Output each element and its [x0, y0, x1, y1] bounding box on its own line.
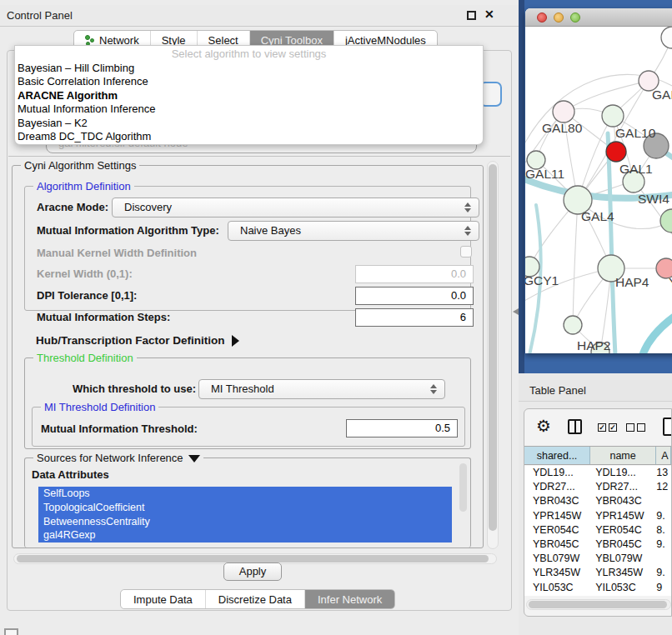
- zoom-window-icon[interactable]: [570, 12, 580, 22]
- table-row[interactable]: YBL079W YBL079W: [524, 552, 671, 566]
- column-header-shared[interactable]: shared...: [524, 447, 590, 464]
- close-window-icon[interactable]: [537, 12, 547, 22]
- aracne-mode-combo[interactable]: Discovery: [112, 198, 479, 218]
- scrollbar-thumb[interactable]: [17, 555, 489, 562]
- algorithm-option[interactable]: Bayesian – K2: [15, 117, 483, 130]
- mi-type-combo[interactable]: Naive Bayes: [228, 221, 479, 241]
- mi-threshold-group: MI Threshold Definition Mutual Informati…: [32, 407, 465, 447]
- table-row[interactable]: YIL053C YIL053C 9: [524, 581, 671, 595]
- table-row[interactable]: YER054C YER054C 8.: [524, 523, 671, 538]
- network-view-window[interactable]: GALGAL80GAL10GAL11GAL1SWI4GAL4GCY1HAP4YH…: [525, 8, 672, 353]
- cell-shared-name: YER054C: [524, 523, 590, 538]
- cell-partial: 9.: [656, 509, 671, 523]
- cell-name: YBL079W: [590, 552, 656, 566]
- network-node[interactable]: [564, 316, 582, 334]
- mi-threshold-title: MI Threshold Definition: [41, 401, 158, 413]
- network-node[interactable]: [606, 142, 626, 162]
- mi-type-value: Naive Bayes: [240, 224, 301, 237]
- sources-group: Sources for Network Inference Data Attri…: [24, 458, 471, 548]
- table-row[interactable]: YPR145W YPR145W 9.: [524, 509, 671, 523]
- table-row[interactable]: YBR045C YBR045C 9.: [524, 538, 671, 552]
- network-edge[interactable]: [608, 133, 615, 353]
- cell-name: YER054C: [590, 523, 656, 538]
- which-threshold-label: Which threshold to use:: [73, 382, 196, 395]
- deselect-all-checks-icon[interactable]: [626, 423, 645, 432]
- cell-name: YLR345W: [590, 566, 656, 580]
- attribute-item-selected[interactable]: BetweennessCentrality: [38, 515, 452, 529]
- table-row[interactable]: YLR345W YLR345W 9.: [524, 566, 671, 580]
- table-row[interactable]: YDR27... YDR27... 12: [524, 480, 671, 494]
- node-label: Y: [669, 275, 672, 289]
- network-edge[interactable]: [573, 200, 578, 325]
- new-table-icon[interactable]: [663, 418, 672, 436]
- attribute-item-selected[interactable]: TopologicalCoefficient: [38, 501, 452, 515]
- sources-title[interactable]: Sources for Network Inference: [33, 452, 203, 464]
- dpi-tolerance-field[interactable]: 0.0: [355, 287, 474, 305]
- cell-name: YBR043C: [590, 494, 656, 508]
- algorithm-option[interactable]: Basic Correlation Inference: [15, 75, 483, 88]
- cell-name: YBR045C: [590, 538, 656, 552]
- mi-steps-label: Mutual Information Steps:: [37, 311, 170, 323]
- scrollbar-thumb[interactable]: [529, 601, 667, 608]
- cell-shared-name: YIL053C: [524, 581, 590, 595]
- network-edge[interactable]: [642, 300, 672, 353]
- aracne-mode-label: Aracne Mode:: [37, 201, 108, 213]
- attribute-item-selected[interactable]: SelfLoops: [38, 487, 452, 501]
- minimize-window-icon[interactable]: [554, 12, 564, 22]
- network-icon: [85, 35, 95, 46]
- network-node[interactable]: [660, 209, 672, 232]
- kernel-width-field[interactable]: 0.0: [355, 265, 474, 283]
- columns-icon[interactable]: [568, 419, 582, 434]
- algorithm-option[interactable]: ARACNE Algorithm: [15, 89, 483, 102]
- manual-kernel-checkbox[interactable]: [460, 246, 472, 258]
- settings-vertical-scrollbar[interactable]: [487, 161, 499, 549]
- gear-icon[interactable]: ⚙: [536, 416, 551, 436]
- attribute-item-selected[interactable]: gal4RGexp: [38, 528, 452, 542]
- expanded-arrow-icon: [188, 455, 200, 462]
- float-window-icon[interactable]: [467, 11, 476, 20]
- node-label: HAP4: [615, 275, 649, 289]
- cell-name: YDR27...: [590, 480, 656, 494]
- network-window-titlebar[interactable]: [525, 8, 672, 27]
- algorithm-definition-title: Algorithm Definition: [33, 180, 134, 192]
- table-panel-titlebar: Table Panel: [519, 380, 672, 402]
- network-node[interactable]: [661, 27, 672, 48]
- network-node[interactable]: [602, 105, 624, 127]
- node-label: GAL1: [619, 162, 653, 176]
- hub-definition-toggle[interactable]: Hub/Transcription Factor Definition: [36, 334, 239, 347]
- mi-threshold-field[interactable]: 0.5: [346, 419, 458, 438]
- table-row[interactable]: YBR043C YBR043C: [524, 494, 671, 508]
- cell-partial: 13: [656, 466, 671, 480]
- hub-definition-label: Hub/Transcription Factor Definition: [36, 334, 225, 347]
- mi-threshold-label: Mutual Information Threshold:: [41, 422, 198, 435]
- cell-partial: [656, 552, 671, 566]
- network-canvas[interactable]: GALGAL80GAL10GAL11GAL1SWI4GAL4GCY1HAP4YH…: [525, 27, 672, 353]
- algorithm-option[interactable]: Dream8 DC_TDC Algorithm: [15, 130, 483, 143]
- algorithm-option[interactable]: Mutual Information Inference: [15, 102, 483, 116]
- column-header-name[interactable]: name: [590, 447, 656, 464]
- algorithm-prompt: Select algorithm to view settings: [15, 48, 483, 62]
- mi-type-label: Mutual Information Algorithm Type:: [37, 224, 219, 237]
- select-all-checks-icon[interactable]: ✓✓: [598, 423, 617, 432]
- cyni-mode-tab[interactable]: Discretize Data: [206, 590, 305, 608]
- column-header-partial[interactable]: A: [656, 447, 671, 464]
- minimized-panel-icon[interactable]: [4, 628, 18, 635]
- cyni-mode-tab[interactable]: Impute Data: [121, 590, 206, 608]
- close-panel-icon[interactable]: ✕: [484, 8, 494, 21]
- aracne-mode-value: Discovery: [124, 201, 172, 213]
- table-row[interactable]: YDL19... YDL19... 13: [524, 466, 671, 480]
- cell-partial: 9: [656, 581, 671, 595]
- sources-title-text: Sources for Network Inference: [37, 452, 183, 464]
- network-node[interactable]: [553, 101, 574, 122]
- combo-spinner-icon: [464, 225, 471, 237]
- apply-button[interactable]: Apply: [223, 562, 282, 581]
- algorithm-dropdown-popup: Select algorithm to view settings Bayesi…: [14, 45, 484, 145]
- attribute-list-scrollbar[interactable]: [459, 463, 467, 512]
- threshold-definition-group: Threshold Definition Which threshold to …: [24, 358, 471, 449]
- mi-steps-field[interactable]: 6: [355, 308, 474, 327]
- table-horizontal-scrollbar[interactable]: [526, 599, 671, 610]
- cyni-mode-tab[interactable]: Infer Network: [305, 590, 394, 608]
- which-threshold-combo[interactable]: MI Threshold: [198, 379, 445, 399]
- scrollbar-thumb[interactable]: [489, 164, 497, 531]
- algorithm-option[interactable]: Bayesian – Hill Climbing: [15, 62, 483, 75]
